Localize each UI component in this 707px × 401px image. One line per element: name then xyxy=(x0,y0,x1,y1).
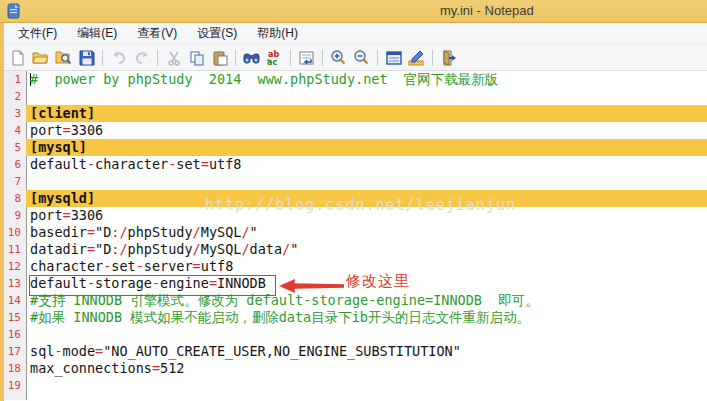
editor-line[interactable]: 6default-character-set=utf8 xyxy=(0,156,707,173)
line-text: basedir="D:/phpStudy/MySQL/" xyxy=(26,224,707,241)
line-text: sql-mode="NO_AUTO_CREATE_USER,NO_ENGINE_… xyxy=(26,343,707,360)
menu-bar: 文件(F)编辑(E)查看(V)设置(S)帮助(H) xyxy=(0,23,707,45)
exit-icon[interactable] xyxy=(437,47,460,69)
line-text: port=3306 xyxy=(26,122,707,139)
menu-item-2[interactable]: 查看(V) xyxy=(127,23,187,44)
toolbar-separator xyxy=(235,50,236,66)
editor-line[interactable]: 1# power by phpStudy 2014 www.phpStudy.n… xyxy=(0,71,707,88)
toolbar: abac xyxy=(0,45,707,71)
zoom-out-icon[interactable] xyxy=(350,47,373,69)
editor-line[interactable]: 18max_connections=512 xyxy=(0,360,707,377)
replace-icon[interactable]: abac xyxy=(263,47,286,69)
cut-icon[interactable] xyxy=(162,47,185,69)
find-icon[interactable] xyxy=(240,47,263,69)
editor-line[interactable]: 19 xyxy=(0,377,707,394)
editor-line[interactable]: 7 xyxy=(0,173,707,190)
editor-line[interactable]: 5[mysql] xyxy=(0,139,707,156)
toolbar-separator xyxy=(432,50,433,66)
line-text xyxy=(26,173,707,190)
text-editor[interactable]: http://blog.csdn.net/leejianjun 修改这里 1# … xyxy=(0,71,707,400)
svg-text:ac: ac xyxy=(267,58,277,66)
browse-file-icon[interactable] xyxy=(52,47,75,69)
line-text: [client] xyxy=(26,105,707,122)
line-text xyxy=(26,88,707,105)
line-text: #如果 INNODB 模式如果不能启动，删除data目录下ib开头的日志文件重新… xyxy=(26,309,707,326)
save-icon[interactable] xyxy=(75,47,98,69)
menu-item-1[interactable]: 编辑(E) xyxy=(67,23,127,44)
text-caret xyxy=(30,73,31,86)
line-text: datadir="D:/phpStudy/MySQL/data/" xyxy=(26,241,707,258)
editor-line[interactable]: 15#如果 INNODB 模式如果不能启动，删除data目录下ib开头的日志文件… xyxy=(0,309,707,326)
toolbar-separator xyxy=(322,50,323,66)
paste-icon[interactable] xyxy=(208,47,231,69)
line-text: max_connections=512 xyxy=(26,360,707,377)
editor-line[interactable]: 16 xyxy=(0,326,707,343)
line-text: # power by phpStudy 2014 www.phpStudy.ne… xyxy=(26,71,707,88)
edit-scheme-icon[interactable] xyxy=(405,47,428,69)
word-wrap-icon[interactable] xyxy=(295,47,318,69)
toolbar-separator xyxy=(157,50,158,66)
editor-line[interactable]: 4port=3306 xyxy=(0,122,707,139)
annotation-label: 修改这里 xyxy=(346,273,410,290)
new-file-icon[interactable] xyxy=(6,47,29,69)
line-text: default-character-set=utf8 xyxy=(26,156,707,173)
window-title: my.ini - Notepad xyxy=(440,3,534,18)
editor-line[interactable]: 17sql-mode="NO_AUTO_CREATE_USER,NO_ENGIN… xyxy=(0,343,707,360)
app-icon[interactable] xyxy=(6,3,22,19)
line-text xyxy=(26,377,707,394)
redo-icon[interactable] xyxy=(130,47,153,69)
toolbar-separator xyxy=(290,50,291,66)
open-folder-icon[interactable] xyxy=(29,47,52,69)
zoom-in-icon[interactable] xyxy=(327,47,350,69)
view-settings-icon[interactable] xyxy=(382,47,405,69)
copy-icon[interactable] xyxy=(185,47,208,69)
menu-item-3[interactable]: 设置(S) xyxy=(187,23,247,44)
toolbar-separator xyxy=(102,50,103,66)
editor-line[interactable]: 3[client] xyxy=(0,105,707,122)
editor-line[interactable]: 2 xyxy=(0,88,707,105)
notepad-window: my.ini - Notepad 文件(F)编辑(E)查看(V)设置(S)帮助(… xyxy=(0,0,707,401)
window-left-border xyxy=(0,23,4,401)
editor-line[interactable]: 10basedir="D:/phpStudy/MySQL/" xyxy=(0,224,707,241)
undo-icon[interactable] xyxy=(107,47,130,69)
menu-item-4[interactable]: 帮助(H) xyxy=(247,23,308,44)
annotation-red-box xyxy=(29,275,276,296)
toolbar-separator xyxy=(377,50,378,66)
annotation-arrow-icon xyxy=(279,278,344,294)
line-text: [mysql] xyxy=(26,139,707,156)
line-text xyxy=(26,326,707,343)
editor-line[interactable]: 11datadir="D:/phpStudy/MySQL/data/" xyxy=(0,241,707,258)
watermark: http://blog.csdn.net/leejianjun xyxy=(205,197,516,214)
title-bar: my.ini - Notepad xyxy=(0,0,707,23)
menu-item-0[interactable]: 文件(F) xyxy=(8,23,67,44)
